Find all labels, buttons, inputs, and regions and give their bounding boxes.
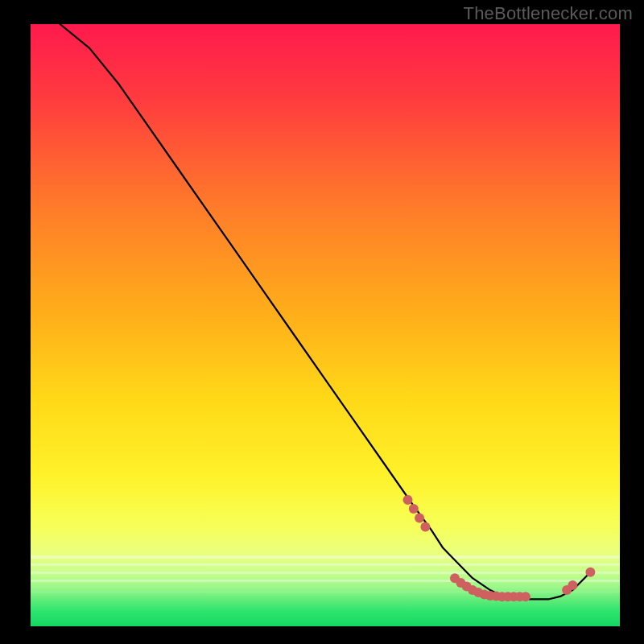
svg-rect-2	[31, 555, 620, 559]
plot-area	[31, 24, 620, 626]
chart-svg	[0, 0, 644, 644]
data-point	[585, 568, 595, 577]
data-point	[568, 580, 577, 590]
data-point	[409, 504, 419, 514]
data-point	[420, 522, 430, 532]
svg-rect-5	[31, 580, 620, 582]
svg-rect-6	[31, 591, 620, 593]
chart-container: { "attribution": "TheBottlenecker.com", …	[0, 0, 644, 644]
data-point	[521, 592, 530, 601]
attribution-text: TheBottlenecker.com	[464, 3, 633, 24]
data-point	[403, 495, 413, 505]
svg-rect-1	[31, 24, 620, 626]
svg-rect-3	[31, 564, 620, 566]
data-point	[415, 513, 424, 522]
svg-rect-4	[31, 572, 620, 574]
